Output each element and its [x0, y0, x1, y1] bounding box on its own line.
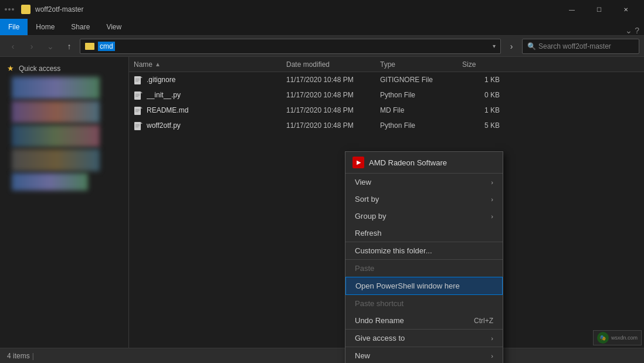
tab-home[interactable]: Home	[28, 19, 63, 35]
ctx-shortcut-undo: Ctrl+Z	[474, 317, 493, 325]
table-row[interactable]: __init__.py 11/17/2020 10:48 PM Python F…	[129, 87, 644, 103]
toolbar: ‹ › ⌄ ↑ cmd ▾ › 🔍 Search woff2otf-master	[0, 36, 644, 57]
ctx-item-refresh[interactable]: Refresh	[345, 225, 503, 242]
dot1	[5, 8, 7, 11]
forward-button[interactable]: ›	[23, 38, 40, 55]
context-menu-title: AMD Radeon Software	[369, 158, 447, 167]
svg-rect-17	[135, 124, 140, 125]
title-bar-dots	[5, 8, 14, 11]
table-row[interactable]: .gitignore 11/17/2020 10:48 PM GITIGNORE…	[129, 72, 644, 87]
table-row[interactable]: README.md 11/17/2020 10:48 PM MD File 1 …	[129, 103, 644, 118]
recent-button[interactable]: ⌄	[42, 38, 59, 55]
tab-share[interactable]: Share	[63, 19, 98, 35]
file-type-icon	[134, 90, 143, 100]
file-type: Python File	[380, 121, 462, 130]
sidebar-thumb-1	[12, 77, 100, 99]
ctx-item-group-by[interactable]: Group by ›	[345, 208, 503, 225]
ctx-item-new[interactable]: New ›	[345, 347, 503, 363]
up-button[interactable]: ↑	[61, 38, 77, 55]
minimize-button[interactable]: —	[558, 0, 585, 19]
watermark-box: 🎭 wsxdn.com	[593, 330, 642, 345]
amd-icon: ▶	[352, 157, 364, 168]
svg-rect-18	[135, 125, 140, 126]
sidebar-thumb-2	[12, 101, 100, 123]
maximize-button[interactable]: ☐	[585, 0, 612, 19]
status-bar: 4 items |	[0, 348, 644, 363]
title-bar-controls: — ☐ ✕	[558, 0, 639, 19]
search-placeholder: Search woff2otf-master	[538, 42, 611, 50]
ctx-item-sort-by[interactable]: Sort by ›	[345, 191, 503, 208]
address-highlight: cmd	[98, 42, 115, 51]
main-area: ★ Quick access Name ▲ Date modified Type…	[0, 57, 644, 348]
quick-access-label: Quick access	[19, 65, 60, 73]
ctx-arrow-sort: ›	[491, 196, 493, 203]
title-bar-title: woff2otf-master	[35, 5, 83, 13]
back-button[interactable]: ‹	[5, 38, 21, 55]
file-type-icon	[134, 75, 143, 84]
context-menu-header: ▶ AMD Radeon Software	[345, 152, 503, 174]
sort-arrow: ▲	[155, 61, 161, 67]
svg-marker-1	[141, 76, 143, 78]
watermark: 🎭 wsxdn.com	[593, 330, 642, 345]
file-date: 11/17/2020 10:48 PM	[286, 121, 380, 130]
context-menu: ▶ AMD Radeon Software View › Sort by › G…	[345, 151, 503, 363]
sidebar-thumb-5	[12, 173, 88, 191]
ctx-item-undo-rename[interactable]: Undo Rename Ctrl+Z	[345, 312, 503, 329]
ctx-item-view[interactable]: View ›	[345, 174, 503, 191]
svg-rect-7	[135, 94, 140, 94]
ctx-item-powershell[interactable]: Open PowerShell window here	[345, 277, 503, 295]
file-date: 11/17/2020 10:48 PM	[286, 76, 380, 84]
search-icon: 🔍	[527, 42, 536, 50]
file-type: GITIGNORE File	[380, 76, 462, 84]
svg-rect-9	[135, 96, 138, 97]
address-dropdown-arrow[interactable]: ▾	[493, 43, 496, 49]
file-name: woff2otf.py	[147, 121, 286, 130]
sidebar: ★ Quick access	[0, 57, 129, 348]
sidebar-thumb-3	[12, 125, 100, 147]
file-size: 0 KB	[462, 91, 509, 99]
file-name: __init__.py	[147, 91, 286, 99]
file-size: 1 KB	[462, 106, 509, 114]
svg-rect-13	[135, 110, 140, 111]
address-text: cmd	[98, 42, 115, 50]
col-header-date[interactable]: Date modified	[286, 60, 380, 69]
title-bar-left: woff2otf-master	[5, 5, 83, 14]
table-row[interactable]: woff2otf.py 11/17/2020 10:48 PM Python F…	[129, 118, 644, 133]
ctx-item-paste: Paste	[345, 260, 503, 277]
nav-arrow-button[interactable]: ›	[503, 38, 520, 55]
watermark-text: wsxdn.com	[611, 335, 638, 341]
ctx-arrow-access: ›	[491, 335, 493, 342]
file-type: MD File	[380, 106, 462, 114]
sidebar-thumb-4	[12, 149, 100, 171]
watermark-icon: 🎭	[597, 332, 609, 344]
dot2	[8, 8, 11, 11]
ctx-item-paste-shortcut: Paste shortcut	[345, 295, 503, 312]
svg-rect-12	[135, 109, 140, 110]
close-button[interactable]: ✕	[612, 0, 639, 19]
file-type: Python File	[380, 91, 462, 99]
ribbon-expand-icon[interactable]: ⌄	[625, 26, 632, 35]
address-folder-icon	[85, 43, 94, 50]
sidebar-item-quick-access[interactable]: ★ Quick access	[0, 62, 128, 75]
col-header-size[interactable]: Size	[462, 60, 509, 69]
tab-view[interactable]: View	[98, 19, 130, 35]
address-bar[interactable]: cmd ▾	[80, 39, 501, 54]
file-size: 5 KB	[462, 121, 509, 130]
title-bar: woff2otf-master — ☐ ✕	[0, 0, 644, 19]
svg-marker-11	[141, 107, 143, 108]
file-rows-container: .gitignore 11/17/2020 10:48 PM GITIGNORE…	[129, 72, 644, 133]
ribbon: File Home Share View ⌄ ?	[0, 19, 644, 36]
svg-rect-4	[135, 81, 138, 82]
col-header-type[interactable]: Type	[380, 60, 462, 69]
svg-rect-8	[135, 95, 140, 96]
tab-file[interactable]: File	[0, 19, 28, 35]
ctx-item-give-access[interactable]: Give access to ›	[345, 330, 503, 347]
search-bar[interactable]: 🔍 Search woff2otf-master	[522, 39, 639, 54]
help-icon[interactable]: ?	[635, 26, 639, 35]
ctx-item-customize[interactable]: Customize this folder...	[345, 242, 503, 259]
file-type-icon	[134, 106, 143, 115]
col-header-name[interactable]: Name ▲	[134, 60, 286, 69]
ctx-arrow-view: ›	[491, 179, 493, 186]
ctx-arrow-new: ›	[491, 352, 493, 359]
ctx-arrow-group: ›	[491, 213, 493, 220]
